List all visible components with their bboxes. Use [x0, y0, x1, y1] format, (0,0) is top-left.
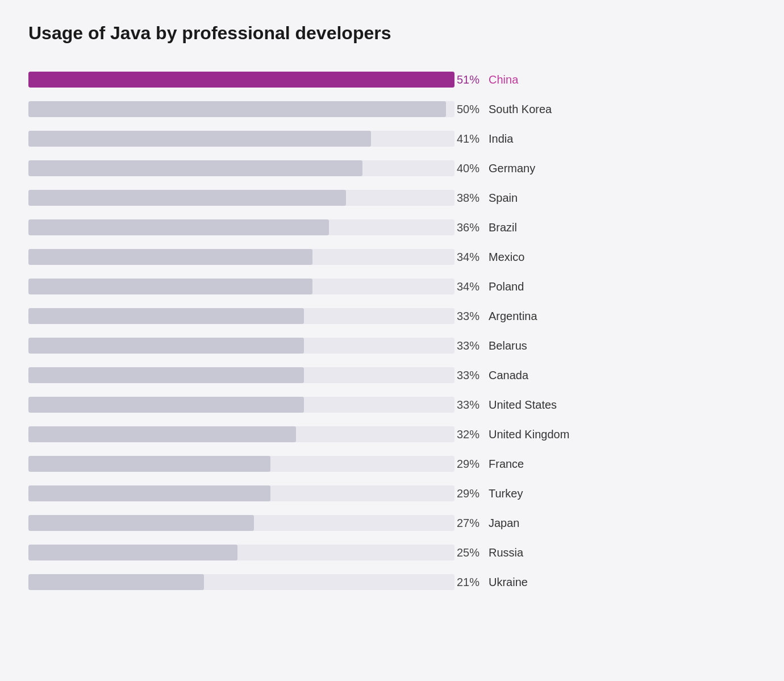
bar-country-label: France [489, 458, 524, 471]
bar-fill [28, 101, 446, 117]
bar-country-label: Turkey [489, 487, 523, 500]
bar-percentage: 36% [454, 221, 489, 234]
bar-row: 38%Spain [28, 185, 756, 211]
bar-row: 33%Belarus [28, 333, 756, 359]
bar-row: 41%India [28, 126, 756, 152]
bar-percentage: 29% [454, 458, 489, 471]
bar-track [28, 426, 454, 442]
bar-track [28, 397, 454, 413]
bar-track [28, 515, 454, 531]
bar-percentage: 33% [454, 339, 489, 352]
bar-country-label: United States [489, 398, 557, 412]
bar-fill [28, 397, 304, 413]
bar-row: 32%United Kingdom [28, 421, 756, 447]
bar-row: 29%France [28, 451, 756, 477]
bar-country-label: Japan [489, 517, 520, 530]
bar-track [28, 545, 454, 560]
bar-fill [28, 249, 312, 265]
bar-row: 27%Japan [28, 510, 756, 536]
bar-country-label: Russia [489, 546, 523, 559]
bar-track [28, 249, 454, 265]
bar-row: 36%Brazil [28, 214, 756, 240]
bar-percentage: 41% [454, 132, 489, 146]
bar-row: 51%China [28, 67, 756, 93]
bar-country-label: Mexico [489, 251, 524, 264]
bar-percentage: 34% [454, 280, 489, 293]
bar-track [28, 72, 454, 88]
bar-country-label: Belarus [489, 339, 527, 352]
bar-percentage: 34% [454, 251, 489, 264]
bar-fill [28, 219, 329, 235]
bar-track [28, 101, 454, 117]
bar-percentage: 51% [454, 73, 489, 86]
bar-percentage: 33% [454, 398, 489, 412]
bar-fill [28, 279, 312, 294]
bar-country-label: Spain [489, 192, 518, 205]
bar-track [28, 485, 454, 501]
bar-fill [28, 131, 371, 147]
bar-country-label: India [489, 132, 513, 146]
bar-percentage: 21% [454, 576, 489, 589]
bar-row: 34%Poland [28, 273, 756, 300]
bar-row: 50%South Korea [28, 96, 756, 122]
bar-track [28, 367, 454, 383]
bar-track [28, 456, 454, 472]
bar-country-label: Canada [489, 369, 528, 382]
bar-percentage: 33% [454, 369, 489, 382]
bar-country-label: Poland [489, 280, 524, 293]
bar-row: 25%Russia [28, 539, 756, 566]
bar-track [28, 160, 454, 176]
bar-fill [28, 338, 304, 354]
bar-row: 40%Germany [28, 155, 756, 181]
bar-row: 29%Turkey [28, 480, 756, 506]
bar-percentage: 50% [454, 103, 489, 116]
bar-row: 21%Ukraine [28, 569, 756, 595]
bar-row: 33%United States [28, 392, 756, 418]
bar-fill [28, 190, 346, 206]
bar-fill [28, 456, 270, 472]
bar-country-label: Ukraine [489, 576, 528, 589]
bar-fill [28, 308, 304, 324]
bar-track [28, 190, 454, 206]
bar-track [28, 219, 454, 235]
bar-fill [28, 160, 362, 176]
bar-country-label: South Korea [489, 103, 552, 116]
bar-country-label: Brazil [489, 221, 517, 234]
bar-percentage: 25% [454, 546, 489, 559]
bar-track [28, 131, 454, 147]
bar-row: 34%Mexico [28, 244, 756, 270]
bar-country-label: United Kingdom [489, 428, 569, 441]
bar-track [28, 338, 454, 354]
bar-fill [28, 545, 237, 560]
bar-country-label: China [489, 73, 518, 86]
bar-track [28, 279, 454, 294]
bar-percentage: 32% [454, 428, 489, 441]
bar-percentage: 29% [454, 487, 489, 500]
bar-percentage: 40% [454, 162, 489, 175]
bar-track [28, 574, 454, 590]
bar-percentage: 27% [454, 517, 489, 530]
chart-title: Usage of Java by professional developers [28, 23, 756, 44]
bar-fill [28, 574, 204, 590]
bar-track [28, 308, 454, 324]
bar-fill [28, 426, 296, 442]
bar-fill [28, 515, 254, 531]
bar-row: 33%Argentina [28, 303, 756, 329]
bar-chart: 51%China50%South Korea41%India40%Germany… [28, 67, 756, 595]
bar-country-label: Argentina [489, 310, 537, 323]
bar-percentage: 38% [454, 192, 489, 205]
bar-percentage: 33% [454, 310, 489, 323]
bar-fill [28, 367, 304, 383]
bar-fill [28, 485, 270, 501]
bar-country-label: Germany [489, 162, 535, 175]
bar-row: 33%Canada [28, 362, 756, 388]
bar-fill [28, 72, 454, 88]
